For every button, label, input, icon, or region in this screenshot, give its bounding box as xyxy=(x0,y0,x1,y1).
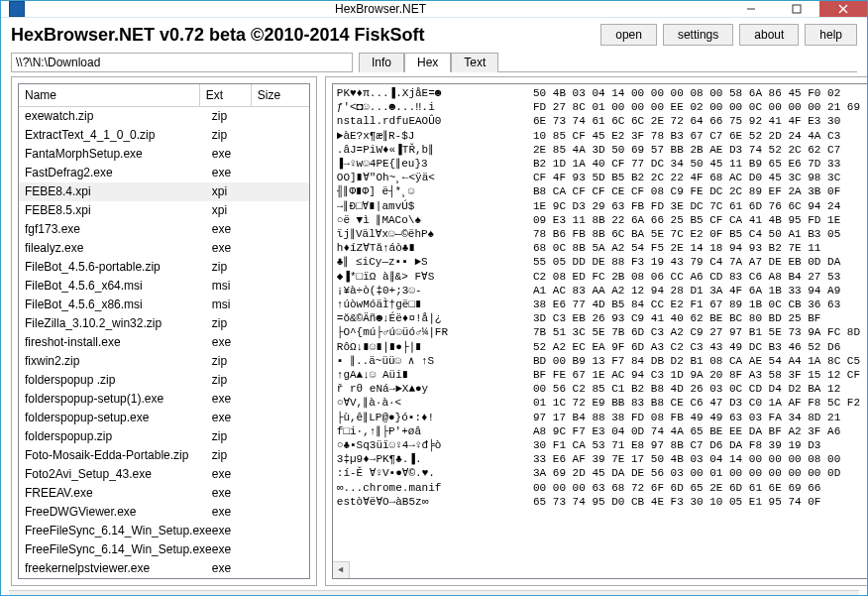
list-body[interactable]: exewatch.zipzipExtractText_4_1_0_0.zipzi… xyxy=(19,107,309,578)
file-size xyxy=(264,504,303,521)
table-row[interactable]: FEBE8.4.xpixpi xyxy=(19,182,309,201)
file-ext: xpi xyxy=(212,183,264,200)
file-size xyxy=(264,127,303,144)
open-button[interactable]: open xyxy=(600,24,657,46)
file-name: FileZilla_3.10.2_win32.zip xyxy=(25,315,212,332)
table-row[interactable]: folderspopup.zipzip xyxy=(19,427,309,446)
file-ext: exe xyxy=(212,146,264,163)
table-row[interactable]: Foto2Avi_Setup_43.exeexe xyxy=(19,465,309,484)
hex-ascii: ∞...chrome.manif xyxy=(337,481,520,495)
hex-line: ▪ ∥..ä~üü☺ ∧ ↑S BD 00 B9 13 F7 84 DB D2 … xyxy=(337,354,868,368)
column-ext[interactable]: Ext xyxy=(200,84,252,106)
hex-ascii: ▐→♀w☺4PE{∥eu}3 xyxy=(337,157,520,171)
table-row[interactable]: FREEAV.exeexe xyxy=(19,484,309,503)
table-row[interactable]: folderspopup .zipzip xyxy=(19,371,309,390)
table-row[interactable]: folderspopup-setup(1).exeexe xyxy=(19,390,309,409)
hex-ascii: =ŏ&©Äñ☻↓Éë♦¤!å∣¿ xyxy=(337,311,520,325)
hex-ascii: ↑úòwMóäÌ†gë□∎ xyxy=(337,298,520,311)
table-row[interactable]: FileBot_4.5.6_x64.msimsi xyxy=(19,277,309,296)
hex-bytes: 55 05 DD DE 88 F3 19 43 79 C4 7A A7 DE E… xyxy=(520,255,868,269)
file-ext: xpi xyxy=(212,202,264,219)
path-row: Info Hex Text xyxy=(11,52,857,72)
about-button[interactable]: about xyxy=(739,24,799,46)
settings-button[interactable]: settings xyxy=(663,24,733,46)
file-ext: zip xyxy=(212,315,264,332)
file-ext: zip xyxy=(212,353,264,370)
content-area: HexBrowser.NET v0.72 beta ©2010-2014 Fis… xyxy=(1,18,867,596)
hex-line: ○∀V,∥à·à·< 01 1C 72 E9 BB 83 B8 CE C6 47… xyxy=(337,396,868,410)
table-row[interactable]: fixwin2.zipzip xyxy=(19,352,309,371)
table-row[interactable]: FreeFileSync_6.14_Win_Setup.exeexe xyxy=(19,522,309,540)
hex-ascii: ○∀V,∥à·à·< xyxy=(337,396,520,410)
hex-line: ♣∥ ≤iCy—z▪▪ ►S 55 05 DD DE 88 F3 19 43 7… xyxy=(337,255,868,269)
hex-line: ├ù,ê∥LP@●}ó▪:♦! 97 17 B4 88 38 FD 08 FB … xyxy=(337,411,868,424)
table-row[interactable]: FastDefrag2.exeexe xyxy=(19,164,309,182)
file-ext: exe xyxy=(212,410,264,426)
hex-ascii: ◆▐*□ïΩ à∥&> F∀S xyxy=(337,270,520,284)
hex-bytes: 1E 9C D3 29 63 FB FD 3E DC 7C 61 6D 76 6… xyxy=(520,199,868,213)
maximize-button[interactable] xyxy=(774,1,819,17)
table-row[interactable]: Foto-Mosaik-Edda-Portable.zipzip xyxy=(19,446,309,465)
table-row[interactable]: FileBot_4.5.6_x86.msimsi xyxy=(19,296,309,314)
hex-line: ř rθ eNá→►X▲●y 00 56 C2 85 C1 B2 B8 4D 2… xyxy=(337,382,868,396)
file-size xyxy=(264,541,303,558)
table-row[interactable]: FEBE8.5.xpixpi xyxy=(19,201,309,220)
table-row[interactable]: ExtractText_4_1_0_0.zipzip xyxy=(19,126,309,145)
hex-line: nstall.rdfuEAOÛ0 6E 73 74 61 6C 6C 2E 72… xyxy=(337,114,868,128)
table-row[interactable]: FantaMorphSetup.exeexe xyxy=(19,145,309,164)
table-row[interactable]: FreeFileSync_6.14_Win_Setup.exeexe xyxy=(19,540,309,559)
table-row[interactable]: exewatch.zipzip xyxy=(19,107,309,126)
path-input[interactable] xyxy=(11,53,353,72)
table-row[interactable]: folderspopup-setup.exeexe xyxy=(19,409,309,427)
header-row: HexBrowser.NET v0.72 beta ©2010-2014 Fis… xyxy=(11,24,857,46)
file-ext: exe xyxy=(212,523,264,539)
file-name: folderspopup.zip xyxy=(25,428,212,445)
tab-info[interactable]: Info xyxy=(359,53,404,72)
file-size xyxy=(264,240,303,257)
statusbar: Ready xyxy=(9,590,859,596)
table-row[interactable]: freekernelpstviewer.exeexe xyxy=(19,559,309,578)
hex-ascii: ↑gA▲↓☺ Aüi∎ xyxy=(337,368,520,382)
file-name: FantaMorphSetup.exe xyxy=(25,146,212,163)
file-size xyxy=(264,466,303,483)
file-ext: exe xyxy=(212,485,264,502)
file-name: Foto-Mosaik-Edda-Portable.zip xyxy=(25,447,212,464)
file-ext: exe xyxy=(212,541,264,558)
table-row[interactable]: filealyz.exeexe xyxy=(19,239,309,258)
hex-view[interactable]: PK♥♦π...▐.XjåE=☻ 50 4B 03 04 14 00 00 00… xyxy=(332,83,868,579)
hex-bytes: FD 27 8C 01 00 00 00 EE 02 00 00 0C 00 0… xyxy=(520,100,868,114)
table-row[interactable]: fireshot-install.exeexe xyxy=(19,333,309,352)
file-size xyxy=(264,334,303,351)
file-size xyxy=(264,353,303,370)
table-row[interactable]: FileBot_4.5.6-portable.zipzip xyxy=(19,258,309,277)
minimize-button[interactable] xyxy=(728,1,774,17)
column-name[interactable]: Name xyxy=(19,84,200,106)
file-name: FreeFileSync_6.14_Win_Setup.exe xyxy=(25,523,212,539)
column-size[interactable]: Size xyxy=(252,84,309,106)
file-name: FileBot_4.5.6-portable.zip xyxy=(25,259,212,276)
file-ext: exe xyxy=(212,240,264,257)
tab-hex[interactable]: Hex xyxy=(404,53,451,72)
table-row[interactable]: fgf173.exeexe xyxy=(19,220,309,239)
table-row[interactable]: FileZilla_3.10.2_win32.zipzip xyxy=(19,314,309,333)
hex-bytes: 2E 85 4A 3D 50 69 57 BB 2B AE D3 74 52 2… xyxy=(520,143,868,157)
hex-pane: PK♥♦π...▐.XjåE=☻ 50 4B 03 04 14 00 00 00… xyxy=(325,76,868,586)
file-size xyxy=(264,146,303,163)
file-ext: exe xyxy=(212,560,264,577)
hex-line: estò∀ë∀O→àB5z∞ 65 73 74 95 D0 CB 4E F3 3… xyxy=(337,495,868,509)
scroll-left-icon[interactable]: ◄ xyxy=(333,561,350,578)
file-size xyxy=(264,221,303,238)
hex-ascii: ├O^{mú├♂ú☺üó♂¼∣FR xyxy=(337,325,520,339)
file-ext: exe xyxy=(212,221,264,238)
file-ext: msi xyxy=(212,297,264,313)
hex-ascii: ►àE?x¶æ∥R-$J xyxy=(337,129,520,143)
file-name: fgf173.exe xyxy=(25,221,212,238)
hex-line: f□i∙,↑∥├P'+øâ A8 9C F7 E3 04 0D 74 4A 65… xyxy=(337,424,868,438)
hex-bytes: 97 17 B4 88 38 FD 08 FB 49 49 63 03 FA 3… xyxy=(520,411,868,424)
file-name: filealyz.exe xyxy=(25,240,212,257)
app-icon xyxy=(9,1,25,17)
tab-text[interactable]: Text xyxy=(451,53,498,72)
help-button[interactable]: help xyxy=(805,24,857,46)
close-button[interactable] xyxy=(819,1,867,17)
table-row[interactable]: FreeDWGViewer.exeexe xyxy=(19,503,309,522)
